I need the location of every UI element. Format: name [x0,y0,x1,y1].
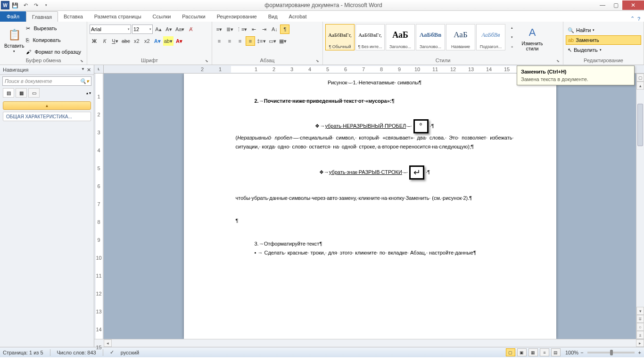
proofing-icon[interactable]: ✓ [110,349,114,355]
style-h1[interactable]: АаБЗаголово... [386,24,415,50]
clipboard-launcher[interactable]: ⬊ [79,59,84,65]
paste-button[interactable]: 📋 Вставить ▾ [2,23,26,58]
tab-file[interactable]: Файл [0,11,26,22]
maximize-button[interactable]: ▢ [609,0,622,10]
scroll-up-icon[interactable]: ▴ [636,82,644,90]
scroll-down-icon[interactable]: ▾ [636,307,644,315]
redo-icon[interactable]: ↷ [31,0,41,10]
font-launcher[interactable]: ⬊ [204,59,209,65]
align-right-button[interactable]: ≡ [235,36,245,46]
browse-object-icon[interactable]: ○ [636,323,644,331]
view-web[interactable]: ▦ [528,348,538,356]
tab-home[interactable]: Главная [26,11,58,22]
horizontal-scrollbar[interactable]: ◂ ▸ [94,339,644,347]
ruler-corner[interactable]: L [94,65,104,73]
shrink-font-button[interactable]: A▾ [164,25,173,34]
multilevel-button[interactable]: ⋮≡▾ [235,25,248,34]
nav-collapse-button[interactable]: ▲ [3,101,91,110]
tab-insert[interactable]: Вставка [58,11,89,22]
subscript-button[interactable]: x2 [132,36,141,46]
styles-gallery[interactable]: АаБбВвГг,¶ Обычный АаБбВвГг,¶ Без инте..… [325,24,505,50]
font-name-combo[interactable]: Arial▾ [90,25,131,34]
sort-button[interactable]: A↓ [270,25,279,34]
highlight-button[interactable]: ab▾ [163,36,173,46]
hscroll-left-icon[interactable]: ◂ [104,339,112,347]
view-outline[interactable]: ≡ [540,348,549,356]
nav-tab-results[interactable]: ▭ [28,88,40,98]
line-spacing-button[interactable]: ‡≡▾ [256,36,267,46]
change-case-button[interactable]: Aa▾ [174,25,185,34]
minimize-button[interactable]: — [596,0,609,10]
indent-button[interactable]: ⇥ [259,25,269,34]
status-language[interactable]: русский [121,350,139,355]
tab-layout[interactable]: Разметка страницы [89,11,147,22]
word-icon[interactable]: W [1,1,9,9]
undo-icon[interactable]: ↶ [21,0,30,10]
tab-review[interactable]: Рецензирование [211,11,263,22]
nav-tab-headings[interactable]: ▤ [3,88,14,98]
styles-more-icon[interactable]: ≡ [507,43,517,50]
italic-button[interactable]: К [100,36,109,46]
next-page-icon[interactable]: ± [636,331,644,339]
style-subtitle[interactable]: АаБбВвПодзагол... [476,24,505,50]
status-page[interactable]: Страница: 1 из 5 [3,350,43,355]
help-icon[interactable]: ? [637,16,640,22]
style-h2[interactable]: АаБбВвЗаголово... [416,24,445,50]
style-normal[interactable]: АаБбВвГг,¶ Обычный [325,24,355,50]
zoom-out-button[interactable]: − [580,350,583,355]
font-size-combo[interactable]: 12▾ [132,25,153,34]
scroll-thumb[interactable] [637,104,643,146]
search-icon[interactable]: 🔍▾ [80,78,89,84]
tab-mailings[interactable]: Рассылки [176,11,211,22]
replace-button[interactable]: abЗаменить [566,35,641,45]
cut-button[interactable]: ✂ Вырезать [26,23,81,33]
status-words[interactable]: Число слов: 843 [57,350,96,355]
select-button[interactable]: ↖Выделить▾ [566,45,641,55]
zoom-slider[interactable] [587,352,635,354]
format-painter-button[interactable]: 🖌 Формат по образцу [26,47,81,57]
view-draft[interactable]: ▤ [551,348,561,356]
zoom-in-button[interactable]: + [638,350,641,355]
view-print-layout[interactable]: ▢ [506,348,515,356]
clear-format-button[interactable]: Ⱥ [186,25,196,34]
document-page[interactable]: Рисунок·–·1.·Непечатаемые· символы¶ 2.→П… [184,74,556,339]
style-nospace[interactable]: АаБбВвГг,¶ Без инте... [355,24,385,50]
align-left-button[interactable]: ≡ [215,36,224,46]
styles-up-icon[interactable]: ▴ [507,24,517,32]
nav-tab-pages[interactable]: ▦ [16,88,27,98]
text-effects-button[interactable]: A▾ [153,36,162,46]
numbering-button[interactable]: ≣▾ [225,25,234,34]
nav-prev-icon[interactable]: ▴ [86,91,88,95]
justify-button[interactable]: ≡ [246,36,255,46]
close-button[interactable]: ✕ [622,0,644,10]
page-viewport[interactable]: Рисунок·–·1.·Непечатаемые· символы¶ 2.→П… [104,74,636,339]
prev-page-icon[interactable]: ∓ [636,315,644,323]
font-color-button[interactable]: A▾ [174,36,184,46]
tab-references[interactable]: Ссылки [147,11,177,22]
zoom-level[interactable]: 100% [565,350,578,355]
vertical-ruler[interactable]: 123456789101112131415161718192021 [94,74,104,339]
underline-button[interactable]: Ч▾ [110,36,120,46]
change-styles-button[interactable]: A Изменить стили [519,24,546,52]
tab-view[interactable]: Вид [263,11,283,22]
styles-down-icon[interactable]: ▾ [507,33,517,41]
nav-next-icon[interactable]: ▾ [89,91,91,95]
nav-close-icon[interactable]: ✕ [87,67,91,73]
find-button[interactable]: 🔍Найти▾ [566,25,641,35]
hscroll-right-icon[interactable]: ▸ [636,339,644,347]
nav-search-input[interactable]: Поиск в документе 🔍▾ [2,76,91,86]
style-title[interactable]: АаБНазвание [446,24,475,50]
save-icon[interactable]: 💾 [10,0,20,10]
bullets-button[interactable]: ≡▾ [215,25,224,34]
nav-menu-icon[interactable]: ▼ [81,67,85,73]
vertical-scrollbar[interactable]: ▢ ▴ ▾ ∓ ○ ± [636,74,644,339]
strike-button[interactable]: abc [121,36,131,46]
styles-launcher[interactable]: ⬊ [555,59,561,65]
superscript-button[interactable]: x2 [142,36,152,46]
minimize-ribbon-icon[interactable]: ⌃ [630,16,635,22]
grow-font-button[interactable]: A▴ [154,25,163,34]
borders-button[interactable]: ▦▾ [278,36,288,46]
dedent-button[interactable]: ⇤ [249,25,258,34]
paragraph-launcher[interactable]: ⬊ [314,59,320,65]
nav-heading-entry[interactable]: ОБЩАЯ ХАРАКТЕРИСТИКА... [3,112,91,121]
